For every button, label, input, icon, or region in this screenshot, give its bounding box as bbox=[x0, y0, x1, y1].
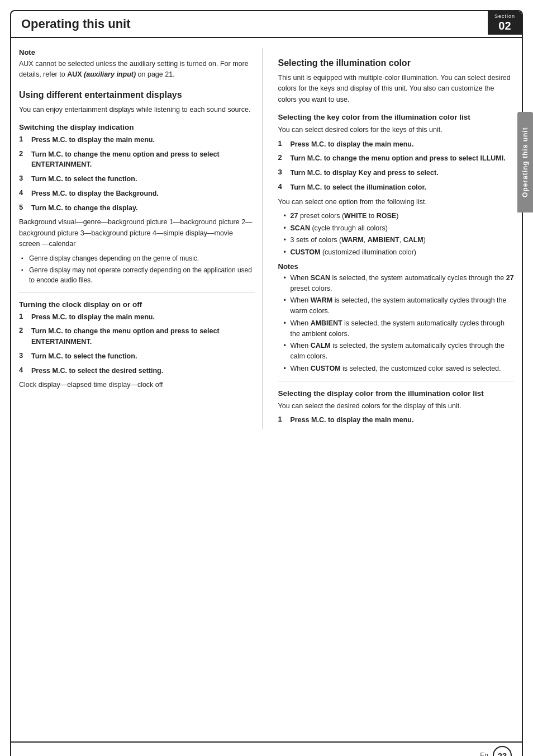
step-text: Turn M.C. to change the display. bbox=[31, 203, 138, 214]
list-item: Genre display may not operate correctly … bbox=[21, 265, 255, 285]
step-1d: 1 Press M.C. to display the main menu. bbox=[278, 415, 515, 426]
section-label: Section bbox=[494, 13, 515, 19]
page-title: Operating this unit bbox=[21, 17, 131, 31]
step-num: 4 bbox=[19, 188, 27, 197]
notes-label: Notes bbox=[278, 262, 515, 271]
step-2c: 2 Turn M.C. to change the menu option an… bbox=[278, 153, 515, 164]
step-1b: 1 Press M.C. to display the main menu. bbox=[19, 312, 255, 323]
page-number: 23 bbox=[498, 751, 507, 757]
entertainment-intro: You can enjoy entertainment displays whi… bbox=[19, 105, 255, 115]
step-num: 5 bbox=[19, 203, 27, 211]
step-num: 1 bbox=[278, 415, 286, 423]
step-num: 3 bbox=[19, 174, 27, 182]
list-item: Genre display changes depending on the g… bbox=[21, 253, 255, 263]
step-text: Press M.C. to display the main menu. bbox=[31, 312, 155, 323]
step-1c: 1 Press M.C. to display the main menu. bbox=[278, 139, 515, 150]
step-text: Turn M.C. to change the menu option and … bbox=[31, 326, 255, 347]
page-header: Operating this unit Section 02 bbox=[10, 10, 523, 38]
step-num: 1 bbox=[19, 312, 27, 320]
list-item: 27 preset colors (WHITE to ROSE) bbox=[284, 211, 515, 221]
step-num: 2 bbox=[278, 153, 286, 162]
step-text: Turn M.C. to change the menu option and … bbox=[291, 153, 506, 164]
list-item: 3 sets of colors (WARM, AMBIENT, CALM) bbox=[284, 235, 515, 245]
list-item: CUSTOM (customized illumination color) bbox=[284, 247, 515, 258]
step-4c: 4 Turn M.C. to select the illumination c… bbox=[278, 182, 515, 193]
list-item: When AMBIENT is selected, the system aut… bbox=[284, 318, 515, 339]
side-tab: Operating this unit bbox=[517, 112, 533, 212]
list-item: When SCAN is selected, the system automa… bbox=[284, 273, 515, 294]
step-num: 3 bbox=[278, 168, 286, 176]
content-area: Note AUX cannot be selected unless the a… bbox=[10, 38, 523, 743]
step4c-detail: You can select one option from the follo… bbox=[278, 197, 515, 207]
display-color-heading: Selecting the display color from the ill… bbox=[278, 389, 515, 398]
illumination-notes: When SCAN is selected, the system automa… bbox=[278, 273, 515, 374]
step-text: Press M.C. to display the main menu. bbox=[291, 415, 414, 426]
step-text: Turn M.C. to change the menu option and … bbox=[31, 149, 255, 171]
list-item: When CUSTOM is selected, the customized … bbox=[284, 363, 515, 374]
step-4a: 4 Press M.C. to display the Background. bbox=[19, 188, 255, 199]
note-label: Note bbox=[19, 48, 255, 56]
step-num: 2 bbox=[19, 149, 27, 158]
step-text: Press M.C. to display the main menu. bbox=[291, 139, 414, 150]
step-4b: 4 Press M.C. to select the desired setti… bbox=[19, 366, 255, 376]
illumination-heading: Selecting the illumination color bbox=[278, 58, 515, 68]
step-3c: 3 Turn M.C. to display Key and press to … bbox=[278, 168, 515, 178]
step-1a: 1 Press M.C. to display the main menu. bbox=[19, 135, 255, 145]
step-3b: 3 Turn M.C. to select the function. bbox=[19, 351, 255, 362]
illumination-intro: This unit is equipped with multiple-colo… bbox=[278, 73, 515, 105]
step-3a: 3 Turn M.C. to select the function. bbox=[19, 174, 255, 185]
list-item: When WARM is selected, the system automa… bbox=[284, 295, 515, 316]
list-item: SCAN (cycle through all colors) bbox=[284, 223, 515, 234]
divider bbox=[278, 381, 515, 381]
step-num: 4 bbox=[278, 182, 286, 191]
step-num: 1 bbox=[19, 135, 27, 143]
footer-en-label: En bbox=[480, 752, 488, 756]
step-text: Press M.C. to select the desired setting… bbox=[31, 366, 163, 376]
step-2b: 2 Turn M.C. to change the menu option an… bbox=[19, 326, 255, 347]
step-text: Turn M.C. to select the illumination col… bbox=[291, 182, 427, 193]
step-5a: 5 Turn M.C. to change the display. bbox=[19, 203, 255, 214]
step-num: 4 bbox=[19, 366, 27, 374]
step4b-detail: Clock display—elapsed time display—clock… bbox=[19, 380, 255, 390]
step-text: Turn M.C. to select the function. bbox=[31, 351, 137, 362]
step5-detail: Background visual—genre—background pictu… bbox=[19, 217, 255, 249]
note-text: AUX cannot be selected unless the auxili… bbox=[19, 59, 255, 80]
two-column-layout: Note AUX cannot be selected unless the a… bbox=[19, 48, 514, 429]
display-color-intro: You can select the desired colors for th… bbox=[278, 401, 515, 412]
page-number-badge: 23 bbox=[493, 746, 512, 756]
step-text: Turn M.C. to display Key and press to se… bbox=[291, 168, 439, 178]
step-2a: 2 Turn M.C. to change the menu option an… bbox=[19, 149, 255, 171]
step-text: Turn M.C. to select the function. bbox=[31, 174, 137, 185]
entertainment-heading: Using different entertainment displays bbox=[19, 90, 255, 100]
switching-notes: Genre display changes depending on the g… bbox=[19, 253, 255, 285]
key-color-heading: Selecting the key color from the illumin… bbox=[278, 113, 515, 121]
section-badge: Section 02 bbox=[488, 11, 522, 35]
step-text: Press M.C. to display the Background. bbox=[31, 188, 159, 199]
clock-heading: Turning the clock display on or off bbox=[19, 300, 255, 309]
step-text: Press M.C. to display the main menu. bbox=[31, 135, 155, 145]
illumination-options: 27 preset colors (WHITE to ROSE) SCAN (c… bbox=[278, 211, 515, 258]
step-num: 1 bbox=[278, 139, 286, 148]
left-column: Note AUX cannot be selected unless the a… bbox=[19, 48, 263, 429]
section-number: 02 bbox=[498, 20, 511, 31]
switching-heading: Switching the display indication bbox=[19, 123, 255, 131]
right-column: Selecting the illumination color This un… bbox=[276, 48, 515, 429]
key-color-intro: You can select desired colors for the ke… bbox=[278, 125, 515, 135]
step-num: 2 bbox=[19, 326, 27, 334]
divider bbox=[19, 292, 255, 292]
note-box: Note AUX cannot be selected unless the a… bbox=[19, 48, 255, 80]
step-num: 3 bbox=[19, 351, 27, 360]
page-footer: En 23 bbox=[10, 743, 523, 756]
list-item: When CALM is selected, the system automa… bbox=[284, 341, 515, 362]
